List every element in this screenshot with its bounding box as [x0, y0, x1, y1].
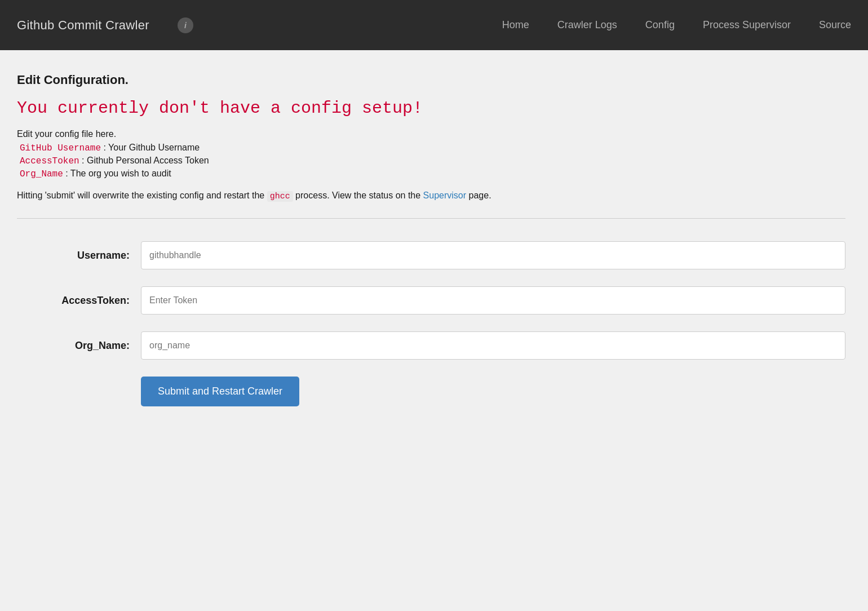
nav-crawler-logs[interactable]: Crawler Logs — [557, 19, 617, 31]
accesstoken-row: AccessToken: — [17, 286, 845, 315]
orgname-row: Org_Name: — [17, 331, 845, 360]
field-item-accesstoken: AccessToken : Github Personal Access Tok… — [20, 156, 845, 166]
field-desc-accesstoken: : Github Personal Access Token — [79, 156, 209, 165]
username-input[interactable] — [141, 241, 845, 269]
submit-info-code: ghcc — [267, 191, 293, 202]
field-name-github-username: GitHub Username — [20, 143, 101, 153]
orgname-label: Org_Name: — [17, 340, 141, 352]
submit-info-prefix: Hitting 'submit' will overwrite the exis… — [17, 191, 267, 200]
nav-process-supervisor[interactable]: Process Supervisor — [703, 19, 791, 31]
submit-info-suffix: page. — [466, 191, 491, 200]
submit-button[interactable]: Submit and Restart Crawler — [141, 377, 299, 406]
accesstoken-label: AccessToken: — [17, 295, 141, 307]
orgname-input[interactable] — [141, 331, 845, 360]
navbar-brand: Github Commit Crawler — [17, 18, 149, 33]
accesstoken-input[interactable] — [141, 286, 845, 315]
config-field-list: GitHub Username : Your Github Username A… — [17, 143, 845, 179]
submit-info-middle: process. View the status on the — [293, 191, 423, 200]
nav-config[interactable]: Config — [645, 19, 675, 31]
page-title: Edit Configuration. — [17, 73, 845, 87]
main-content: Edit Configuration. You currently don't … — [0, 50, 868, 429]
submit-info-text: Hitting 'submit' will overwrite the exis… — [17, 191, 845, 201]
config-warning: You currently don't have a config setup! — [17, 99, 845, 118]
form-section: Username: AccessToken: Org_Name: Submit … — [17, 219, 845, 406]
nav-home[interactable]: Home — [502, 19, 529, 31]
info-section: Edit Configuration. You currently don't … — [17, 73, 845, 219]
description-text: Edit your config file here. — [17, 129, 845, 139]
navbar-nav: Home Crawler Logs Config Process Supervi… — [502, 19, 851, 31]
field-item-username: GitHub Username : Your Github Username — [20, 143, 845, 153]
supervisor-link[interactable]: Supervisor — [423, 191, 466, 200]
field-item-orgname: Org_Name : The org you wish to audit — [20, 169, 845, 179]
field-desc-github-username: : Your Github Username — [101, 143, 200, 152]
submit-row: Submit and Restart Crawler — [17, 377, 845, 406]
username-row: Username: — [17, 241, 845, 269]
username-label: Username: — [17, 250, 141, 262]
field-desc-orgname: : The org you wish to audit — [63, 169, 171, 178]
nav-source[interactable]: Source — [819, 19, 851, 31]
field-name-accesstoken: AccessToken — [20, 156, 79, 166]
field-name-orgname: Org_Name — [20, 169, 63, 179]
navbar: Github Commit Crawler i Home Crawler Log… — [0, 0, 868, 50]
info-icon[interactable]: i — [178, 17, 193, 33]
